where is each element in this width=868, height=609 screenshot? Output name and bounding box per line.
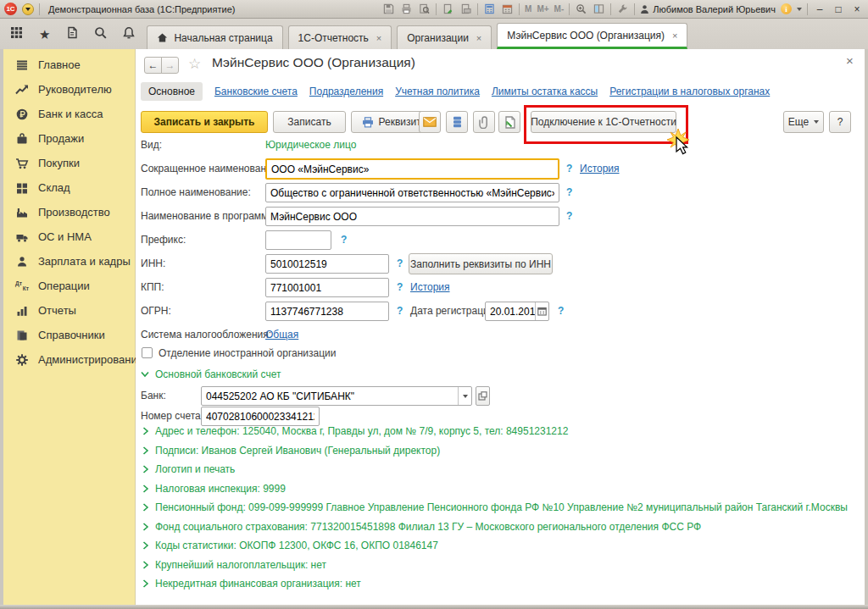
short-name-input[interactable] (265, 158, 559, 180)
email-button[interactable] (419, 111, 441, 133)
help-icon[interactable]: ? (566, 210, 572, 222)
section-largest-taxpayer[interactable]: Крупнейший налогоплательщик: нет (142, 559, 326, 571)
favorites-star-icon[interactable]: ★ (39, 28, 50, 41)
section-tax-inspection[interactable]: Налоговая инспекция: 9999 (142, 483, 286, 495)
sidebar-item-purchases[interactable]: Покупки (3, 151, 135, 175)
calendar-icon[interactable] (501, 3, 514, 15)
sidebar-item-main[interactable]: Главное (3, 53, 135, 77)
section-statistics-codes[interactable]: Коды статистики: ОКОПФ 12300, ОКФС 16, О… (142, 540, 438, 551)
zoom-icon[interactable] (575, 3, 587, 15)
dropdown-button[interactable] (458, 387, 471, 405)
sidebar-item-administration[interactable]: Администрирование (3, 347, 135, 372)
favorite-star-button[interactable]: ☆ (188, 55, 201, 73)
section-logo-stamp[interactable]: Логотип и печать (142, 463, 235, 475)
tab-organizations[interactable]: Организации × (397, 25, 492, 49)
section-social-insurance[interactable]: Фонд социального страхования: 7713200154… (142, 521, 701, 533)
sidebar-item-bank-cash[interactable]: Банк и касса (3, 102, 135, 126)
full-name-input[interactable] (265, 183, 559, 202)
history-link[interactable]: История (410, 281, 450, 293)
sidebar-item-warehouse[interactable]: Склад (3, 175, 135, 200)
help-icon[interactable]: ? (397, 257, 403, 269)
foreign-branch-checkbox[interactable] (142, 347, 153, 358)
attachments-button[interactable] (473, 111, 495, 133)
print-preview-icon[interactable] (418, 3, 431, 15)
more-button[interactable]: Еще (783, 111, 824, 133)
tab-1c-reporting[interactable]: 1С-Отчетность × (288, 25, 392, 49)
help-icon[interactable]: ? (566, 186, 572, 198)
calendar-picker-button[interactable] (535, 302, 548, 320)
calculator-icon[interactable] (483, 3, 496, 15)
sidebar-item-operations[interactable]: ДтКт Операции (3, 274, 135, 298)
close-form-button[interactable]: × (846, 53, 854, 68)
inn-input[interactable] (265, 254, 389, 274)
memory-mminus-button[interactable]: M- (554, 4, 565, 14)
sidebar-item-salary-hr[interactable]: Зарплата и кадры (3, 249, 135, 274)
bank-combo[interactable]: 044525202 АО КБ "СИТИБАНК" (201, 386, 472, 406)
chevron-down-icon[interactable] (797, 8, 802, 11)
nav-link-accounting-policy[interactable]: Учетная политика (395, 86, 480, 97)
open-bank-button[interactable] (476, 386, 490, 406)
save-button[interactable]: Записать (273, 111, 346, 133)
print-icon[interactable] (400, 3, 413, 15)
close-window-button[interactable]: × (850, 3, 864, 15)
section-signatures[interactable]: Подписи: Иванов Сергей Иванович (Генерал… (142, 445, 440, 457)
settings-wrench-icon[interactable] (616, 3, 629, 15)
account-number-input[interactable] (201, 407, 320, 426)
connect-1c-reporting-button[interactable]: Подключение к 1С-Отчетности (531, 111, 676, 133)
sidebar-item-reports[interactable]: Отчеты (3, 298, 135, 323)
help-icon[interactable]: ? (566, 163, 572, 174)
help-icon[interactable]: ? (397, 305, 403, 317)
fill-by-inn-button[interactable]: Заполнить реквизиты по ИНН (409, 253, 553, 274)
info-button[interactable]: i (781, 3, 792, 14)
sidebar-item-fixed-assets[interactable]: ОС и НМА (3, 224, 135, 249)
help-icon[interactable]: ? (558, 305, 564, 317)
notifications-bell-icon[interactable] (123, 26, 135, 42)
close-tab-icon[interactable]: × (376, 33, 381, 43)
section-pension-fund[interactable]: Пенсионный фонд: 099-099-999999 Главное … (142, 501, 848, 513)
bank-account-section-header[interactable]: Основной банковский счет (141, 368, 281, 380)
nav-link-cash-limits[interactable]: Лимиты остатка кассы (492, 86, 598, 97)
sidebar-item-directories[interactable]: Справочники (3, 323, 135, 347)
history-link[interactable]: История (580, 163, 620, 174)
section-non-credit-org[interactable]: Некредитная финансовая организация: нет (142, 578, 361, 590)
app-name-input[interactable] (265, 207, 559, 226)
search-icon[interactable] (94, 26, 107, 42)
close-tab-icon[interactable]: × (476, 33, 481, 43)
tab-mainservice-org[interactable]: МэйнСервис ООО (Организация) × (497, 23, 687, 49)
tab-home[interactable]: Начальная страница (147, 25, 282, 49)
help-icon[interactable]: ? (397, 281, 403, 293)
forward-button[interactable]: → (161, 57, 179, 74)
history-icon[interactable] (66, 26, 78, 42)
nav-link-bank-accounts[interactable]: Банковские счета (214, 86, 298, 97)
tax-system-link[interactable]: Общая (265, 329, 298, 340)
maximize-button[interactable]: □ (832, 3, 845, 15)
save-icon[interactable] (382, 3, 395, 15)
sidebar-item-production[interactable]: Производство (3, 200, 135, 224)
nav-link-departments[interactable]: Подразделения (309, 86, 383, 97)
nav-tab-main[interactable]: Основное (141, 82, 203, 101)
split-view-icon[interactable] (593, 3, 605, 15)
minimize-button[interactable]: – (813, 3, 826, 15)
prefix-input[interactable] (265, 230, 331, 250)
discussions-button[interactable] (446, 111, 468, 133)
export-document-button[interactable] (498, 111, 520, 133)
sidebar-item-sales[interactable]: Продажи (3, 126, 135, 151)
close-tab-icon[interactable]: × (672, 30, 677, 41)
current-user[interactable]: Любимов Валерий Юрьевич (640, 4, 776, 14)
save-and-close-button[interactable]: Записать и закрыть (141, 111, 268, 133)
load-file-icon[interactable] (442, 3, 454, 15)
send-file-icon[interactable] (459, 3, 472, 15)
help-icon[interactable]: ? (341, 234, 347, 246)
section-address-phone[interactable]: Адрес и телефон: 125040, Москва г, Правд… (142, 425, 568, 437)
ogrn-input[interactable] (265, 302, 389, 321)
memory-m-button[interactable]: M (525, 4, 531, 14)
sidebar-item-manager[interactable]: Руководителю (3, 77, 135, 102)
help-button[interactable]: ? (829, 111, 851, 133)
main-menu-button[interactable] (22, 3, 34, 15)
back-button[interactable]: ← (144, 57, 162, 74)
menu-grid-icon[interactable] (10, 26, 23, 42)
memory-mplus-button[interactable]: M+ (537, 4, 548, 14)
kpp-input[interactable] (265, 278, 389, 297)
reg-date-input[interactable]: 20.01.2012 (485, 302, 549, 321)
nav-link-tax-registrations[interactable]: Регистрации в налоговых органах (609, 86, 770, 97)
